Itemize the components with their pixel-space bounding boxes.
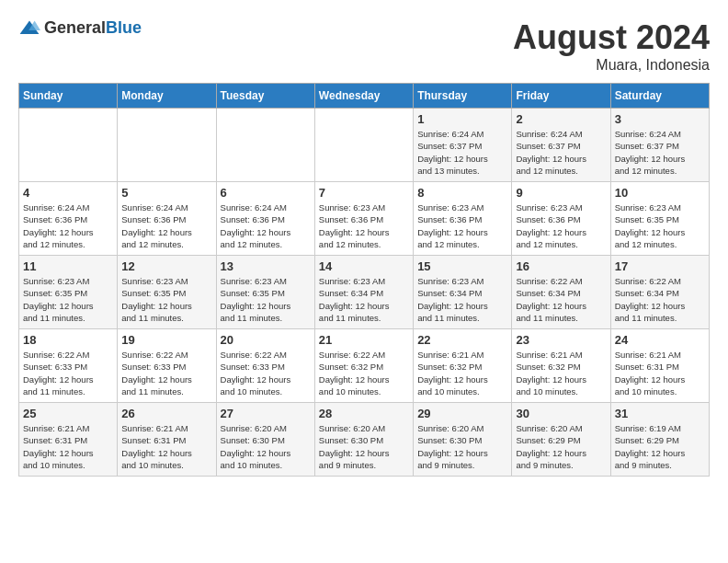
day-cell: 12Sunrise: 6:23 AM Sunset: 6:35 PM Dayli…: [118, 256, 216, 329]
day-info: Sunrise: 6:22 AM Sunset: 6:33 PM Dayligh…: [23, 349, 113, 397]
day-cell: 31Sunrise: 6:19 AM Sunset: 6:29 PM Dayli…: [610, 403, 709, 477]
day-info: Sunrise: 6:24 AM Sunset: 6:37 PM Dayligh…: [615, 128, 705, 177]
day-cell: 29Sunrise: 6:20 AM Sunset: 6:30 PM Dayli…: [414, 403, 512, 477]
day-cell: 17Sunrise: 6:22 AM Sunset: 6:34 PM Dayli…: [610, 256, 709, 329]
day-number: 30: [516, 407, 606, 420]
logo-text: GeneralBlue: [44, 18, 142, 38]
day-cell: 9Sunrise: 6:23 AM Sunset: 6:36 PM Daylig…: [512, 182, 610, 256]
day-info: Sunrise: 6:24 AM Sunset: 6:36 PM Dayligh…: [23, 201, 113, 250]
day-number: 21: [319, 333, 409, 347]
week-row-1: 1Sunrise: 6:24 AM Sunset: 6:37 PM Daylig…: [19, 109, 710, 182]
day-info: Sunrise: 6:24 AM Sunset: 6:37 PM Dayligh…: [417, 128, 507, 177]
day-number: 7: [319, 186, 409, 200]
day-cell: [118, 109, 216, 182]
day-info: Sunrise: 6:22 AM Sunset: 6:34 PM Dayligh…: [516, 275, 606, 324]
day-cell: 10Sunrise: 6:23 AM Sunset: 6:35 PM Dayli…: [610, 182, 709, 256]
day-number: 24: [615, 333, 705, 347]
col-sunday: Sunday: [19, 84, 118, 109]
day-number: 4: [23, 186, 113, 200]
day-info: Sunrise: 6:22 AM Sunset: 6:34 PM Dayligh…: [615, 275, 705, 324]
day-number: 8: [417, 186, 507, 200]
day-info: Sunrise: 6:23 AM Sunset: 6:36 PM Dayligh…: [417, 201, 507, 250]
day-number: 18: [23, 333, 113, 347]
day-cell: [19, 109, 118, 182]
day-number: 27: [221, 407, 311, 420]
week-row-5: 25Sunrise: 6:21 AM Sunset: 6:31 PM Dayli…: [19, 403, 710, 477]
day-number: 5: [121, 186, 211, 200]
day-cell: 1Sunrise: 6:24 AM Sunset: 6:37 PM Daylig…: [414, 109, 512, 182]
day-info: Sunrise: 6:23 AM Sunset: 6:34 PM Dayligh…: [417, 275, 507, 324]
day-cell: 5Sunrise: 6:24 AM Sunset: 6:36 PM Daylig…: [118, 182, 216, 256]
week-row-3: 11Sunrise: 6:23 AM Sunset: 6:35 PM Dayli…: [19, 256, 710, 329]
month-year: August 2024: [513, 18, 710, 57]
day-cell: 18Sunrise: 6:22 AM Sunset: 6:33 PM Dayli…: [19, 329, 118, 403]
day-number: 15: [417, 259, 507, 273]
day-cell: 23Sunrise: 6:21 AM Sunset: 6:32 PM Dayli…: [512, 329, 610, 403]
day-cell: [216, 109, 314, 182]
day-cell: 28Sunrise: 6:20 AM Sunset: 6:30 PM Dayli…: [314, 403, 413, 477]
header-row: Sunday Monday Tuesday Wednesday Thursday…: [19, 84, 710, 109]
day-cell: 2Sunrise: 6:24 AM Sunset: 6:37 PM Daylig…: [512, 109, 610, 182]
day-number: 6: [221, 186, 311, 200]
day-number: 10: [615, 186, 705, 200]
day-number: 31: [615, 407, 705, 420]
day-number: 17: [615, 259, 705, 273]
week-row-4: 18Sunrise: 6:22 AM Sunset: 6:33 PM Dayli…: [19, 329, 710, 403]
day-info: Sunrise: 6:23 AM Sunset: 6:36 PM Dayligh…: [319, 201, 409, 250]
day-number: 14: [319, 259, 409, 273]
day-info: Sunrise: 6:22 AM Sunset: 6:33 PM Dayligh…: [121, 349, 211, 397]
logo: GeneralBlue: [18, 18, 142, 38]
day-number: 23: [516, 333, 606, 347]
page-header: GeneralBlue August 2024 Muara, Indonesia: [18, 18, 710, 74]
day-number: 12: [121, 259, 211, 273]
day-info: Sunrise: 6:24 AM Sunset: 6:37 PM Dayligh…: [516, 128, 606, 177]
day-number: 25: [23, 407, 113, 420]
title-area: August 2024 Muara, Indonesia: [513, 18, 710, 74]
day-number: 29: [417, 407, 507, 420]
day-info: Sunrise: 6:24 AM Sunset: 6:36 PM Dayligh…: [221, 201, 311, 250]
day-cell: 30Sunrise: 6:20 AM Sunset: 6:29 PM Dayli…: [512, 403, 610, 477]
day-cell: [314, 109, 413, 182]
day-cell: 22Sunrise: 6:21 AM Sunset: 6:32 PM Dayli…: [414, 329, 512, 403]
day-info: Sunrise: 6:22 AM Sunset: 6:33 PM Dayligh…: [221, 349, 311, 397]
day-cell: 14Sunrise: 6:23 AM Sunset: 6:34 PM Dayli…: [314, 256, 413, 329]
day-info: Sunrise: 6:20 AM Sunset: 6:30 PM Dayligh…: [221, 422, 311, 471]
day-cell: 4Sunrise: 6:24 AM Sunset: 6:36 PM Daylig…: [19, 182, 118, 256]
day-cell: 25Sunrise: 6:21 AM Sunset: 6:31 PM Dayli…: [19, 403, 118, 477]
day-info: Sunrise: 6:21 AM Sunset: 6:32 PM Dayligh…: [516, 349, 606, 397]
day-number: 2: [516, 112, 606, 126]
calendar-table: Sunday Monday Tuesday Wednesday Thursday…: [18, 83, 710, 477]
day-cell: 7Sunrise: 6:23 AM Sunset: 6:36 PM Daylig…: [314, 182, 413, 256]
logo-general: General: [44, 18, 106, 37]
day-info: Sunrise: 6:23 AM Sunset: 6:34 PM Dayligh…: [319, 275, 409, 324]
day-cell: 11Sunrise: 6:23 AM Sunset: 6:35 PM Dayli…: [19, 256, 118, 329]
day-info: Sunrise: 6:20 AM Sunset: 6:30 PM Dayligh…: [417, 422, 507, 471]
day-cell: 19Sunrise: 6:22 AM Sunset: 6:33 PM Dayli…: [118, 329, 216, 403]
day-number: 28: [319, 407, 409, 420]
day-cell: 8Sunrise: 6:23 AM Sunset: 6:36 PM Daylig…: [414, 182, 512, 256]
day-info: Sunrise: 6:21 AM Sunset: 6:32 PM Dayligh…: [417, 349, 507, 397]
day-number: 1: [417, 112, 507, 126]
day-info: Sunrise: 6:21 AM Sunset: 6:31 PM Dayligh…: [121, 422, 211, 471]
day-number: 9: [516, 186, 606, 200]
day-cell: 3Sunrise: 6:24 AM Sunset: 6:37 PM Daylig…: [610, 109, 709, 182]
day-cell: 21Sunrise: 6:22 AM Sunset: 6:32 PM Dayli…: [314, 329, 413, 403]
day-number: 13: [221, 259, 311, 273]
day-info: Sunrise: 6:24 AM Sunset: 6:36 PM Dayligh…: [121, 201, 211, 250]
logo-icon: [18, 19, 40, 38]
day-cell: 26Sunrise: 6:21 AM Sunset: 6:31 PM Dayli…: [118, 403, 216, 477]
day-cell: 13Sunrise: 6:23 AM Sunset: 6:35 PM Dayli…: [216, 256, 314, 329]
day-cell: 24Sunrise: 6:21 AM Sunset: 6:31 PM Dayli…: [610, 329, 709, 403]
day-number: 19: [121, 333, 211, 347]
day-info: Sunrise: 6:23 AM Sunset: 6:35 PM Dayligh…: [23, 275, 113, 324]
day-info: Sunrise: 6:21 AM Sunset: 6:31 PM Dayligh…: [23, 422, 113, 471]
day-info: Sunrise: 6:23 AM Sunset: 6:35 PM Dayligh…: [121, 275, 211, 324]
col-tuesday: Tuesday: [216, 84, 314, 109]
day-cell: 6Sunrise: 6:24 AM Sunset: 6:36 PM Daylig…: [216, 182, 314, 256]
location: Muara, Indonesia: [513, 57, 710, 74]
day-cell: 20Sunrise: 6:22 AM Sunset: 6:33 PM Dayli…: [216, 329, 314, 403]
day-info: Sunrise: 6:21 AM Sunset: 6:31 PM Dayligh…: [615, 349, 705, 397]
day-number: 11: [23, 259, 113, 273]
day-number: 22: [417, 333, 507, 347]
col-friday: Friday: [512, 84, 610, 109]
